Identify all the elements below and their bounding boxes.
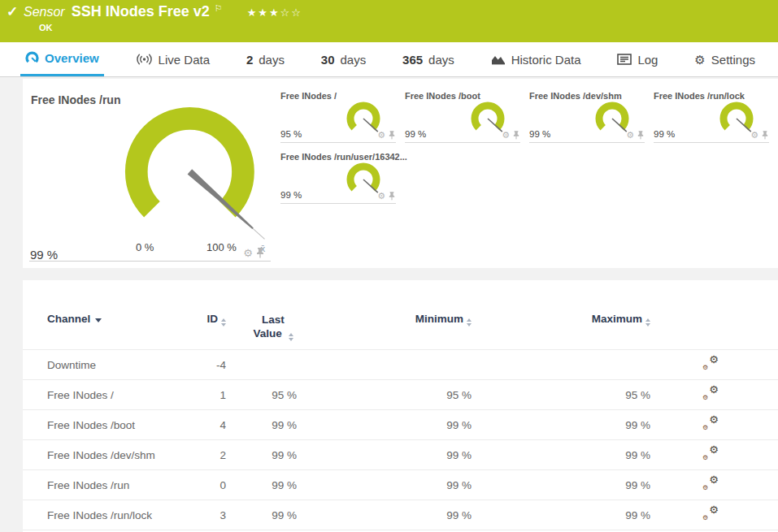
tab-live-data[interactable]: Live Data xyxy=(131,42,215,76)
gauge-scale-min: 0 % xyxy=(136,241,154,253)
last-value: 95 % xyxy=(226,380,297,410)
gauge-scale-max: 100 % xyxy=(206,241,237,253)
sort-both-icon xyxy=(467,318,472,327)
favorite-flag-icon[interactable]: ⚐ xyxy=(215,3,223,14)
last-value: 99 % xyxy=(226,410,297,440)
channel-name[interactable]: Free INodes /boot xyxy=(23,410,198,440)
status-check-icon: ✓ xyxy=(7,3,18,20)
gauge-settings-gear-icon[interactable]: ⚙ xyxy=(750,131,758,140)
sort-both-icon xyxy=(289,333,293,341)
gauge-card-primary: Free INodes /run x̄ 0 % 100 % 99 % ⚙ xyxy=(24,87,272,262)
sensor-header: ✓ Sensor SSH INodes Free v2 ⚐ ★★★☆☆ OK xyxy=(0,0,778,42)
pin-icon[interactable] xyxy=(762,131,768,140)
tab-historic-data[interactable]: Historic Data xyxy=(486,42,586,76)
tab-overview[interactable]: Overview xyxy=(20,42,104,76)
sort-both-icon xyxy=(645,318,650,327)
channel-table-panel: Channel ID Last Value Minimum Maximum Do… xyxy=(23,280,778,532)
minimum-value xyxy=(297,350,472,380)
gauge-title: Free INodes / xyxy=(280,91,337,101)
table-row: Free INodes /run 0 99 % 99 % 99 % ⚙⚙ xyxy=(23,470,778,500)
channel-settings-gears-icon[interactable]: ⚙⚙ xyxy=(702,507,719,521)
minimum-value: 99 % xyxy=(297,440,472,470)
gauge-settings-gear-icon[interactable]: ⚙ xyxy=(377,131,385,140)
gauge-title: Free INodes /run xyxy=(31,93,120,106)
column-header-last-value[interactable]: Last Value xyxy=(226,280,297,350)
channel-id: -4 xyxy=(198,350,226,380)
pin-icon[interactable] xyxy=(256,248,264,258)
channel-name[interactable]: Free INodes /dev/shm xyxy=(23,440,198,470)
channel-name[interactable]: Free INodes / xyxy=(23,380,198,410)
live-signal-icon xyxy=(136,53,153,66)
minimum-value: 95 % xyxy=(297,380,472,410)
log-list-icon xyxy=(617,54,632,65)
gauge-card-run-user: Free INodes /run/user/16342... 99 % ⚙ xyxy=(280,150,396,204)
minimum-value: 99 % xyxy=(297,470,472,500)
sort-desc-icon xyxy=(95,318,102,322)
channel-id: 2 xyxy=(198,440,226,470)
channel-settings-gears-icon[interactable]: ⚙⚙ xyxy=(702,357,719,370)
area-chart-icon xyxy=(491,53,506,66)
last-value: 99 % xyxy=(226,500,297,530)
table-row: Free INodes /run/lock 3 99 % 99 % 99 % ⚙… xyxy=(23,500,778,530)
column-header-id[interactable]: ID xyxy=(198,280,226,350)
maximum-value: 99 % xyxy=(472,470,650,500)
status-badge-ok: OK xyxy=(39,23,53,32)
gauge-value: 99 % xyxy=(30,248,58,262)
tab-settings[interactable]: ⚙ Settings xyxy=(689,42,760,76)
table-row: Free INodes /boot 4 99 % 99 % 99 % ⚙⚙ xyxy=(23,410,778,440)
gauge-settings-gear-icon[interactable]: ⚙ xyxy=(626,131,634,140)
channel-name[interactable]: Free INodes /run/lock xyxy=(23,500,198,530)
column-header-minimum[interactable]: Minimum xyxy=(297,280,472,350)
tab-log[interactable]: Log xyxy=(612,42,663,76)
maximum-value: 99 % xyxy=(472,410,650,440)
tab-bar: Overview Live Data 2 days 30 days 365 da… xyxy=(0,42,778,77)
channel-settings-gears-icon[interactable]: ⚙⚙ xyxy=(702,387,719,400)
column-header-maximum[interactable]: Maximum xyxy=(472,280,650,350)
maximum-value: 95 % xyxy=(472,380,650,410)
gauge-icon xyxy=(25,51,39,65)
last-value xyxy=(226,350,297,380)
gauge-value: 99 % xyxy=(405,129,426,139)
channel-name[interactable]: Free INodes /run xyxy=(23,470,198,500)
gauge-settings-gear-icon[interactable]: ⚙ xyxy=(502,131,510,140)
channel-id: 3 xyxy=(198,500,226,530)
gauge-card-boot: Free INodes /boot 99 % ⚙ xyxy=(405,89,520,143)
gauge-settings-gear-icon[interactable]: ⚙ xyxy=(243,248,253,258)
tab-2-days[interactable]: 2 days xyxy=(241,42,289,76)
pin-icon[interactable] xyxy=(513,131,519,140)
sensor-title: SSH INodes Free v2 xyxy=(72,3,210,20)
overview-gauges-panel: Free INodes /run x̄ 0 % 100 % 99 % ⚙ Fre… xyxy=(23,79,778,268)
pin-icon[interactable] xyxy=(389,131,395,140)
gauge-card-dev-shm: Free INodes /dev/shm 99 % ⚙ xyxy=(529,89,645,143)
channel-settings-gears-icon[interactable]: ⚙⚙ xyxy=(702,477,719,491)
tab-30-days[interactable]: 30 days xyxy=(316,42,371,76)
table-row: Downtime -4 ⚙⚙ xyxy=(23,350,778,380)
column-header-actions xyxy=(650,280,778,350)
table-row: Free INodes / 1 95 % 95 % 95 % ⚙⚙ xyxy=(23,380,778,410)
channel-id: 0 xyxy=(198,470,226,500)
channel-table: Channel ID Last Value Minimum Maximum Do… xyxy=(23,280,778,532)
last-value: 99 % xyxy=(226,440,297,470)
channel-id: 1 xyxy=(198,380,226,410)
maximum-value: 99 % xyxy=(472,500,650,530)
small-gauge-cards: Free INodes / 95 % ⚙ Free INodes /boot 9… xyxy=(280,89,771,204)
priority-stars[interactable]: ★★★☆☆ xyxy=(247,6,302,19)
channel-name[interactable]: Downtime xyxy=(23,350,198,380)
last-value: 99 % xyxy=(226,470,297,500)
maximum-value xyxy=(472,350,650,380)
table-row: Free INodes /dev/shm 2 99 % 99 % 99 % ⚙⚙ xyxy=(23,440,778,470)
gauge-settings-gear-icon[interactable]: ⚙ xyxy=(377,192,385,201)
gauge-value: 99 % xyxy=(654,129,675,139)
channel-settings-gears-icon[interactable]: ⚙⚙ xyxy=(702,447,719,461)
channel-settings-gears-icon[interactable]: ⚙⚙ xyxy=(702,417,719,430)
maximum-value: 99 % xyxy=(472,440,650,470)
minimum-value: 99 % xyxy=(297,410,472,440)
gauge-value: 99 % xyxy=(529,129,550,139)
pin-icon[interactable] xyxy=(637,131,644,140)
gauge-card-root: Free INodes / 95 % ⚙ xyxy=(280,89,396,143)
gauge-card-run-lock: Free INodes /run/lock 99 % ⚙ xyxy=(654,89,769,143)
tab-365-days[interactable]: 365 days xyxy=(398,42,459,76)
column-header-channel[interactable]: Channel xyxy=(23,280,198,350)
sort-both-icon xyxy=(221,318,226,327)
pin-icon[interactable] xyxy=(389,192,395,201)
